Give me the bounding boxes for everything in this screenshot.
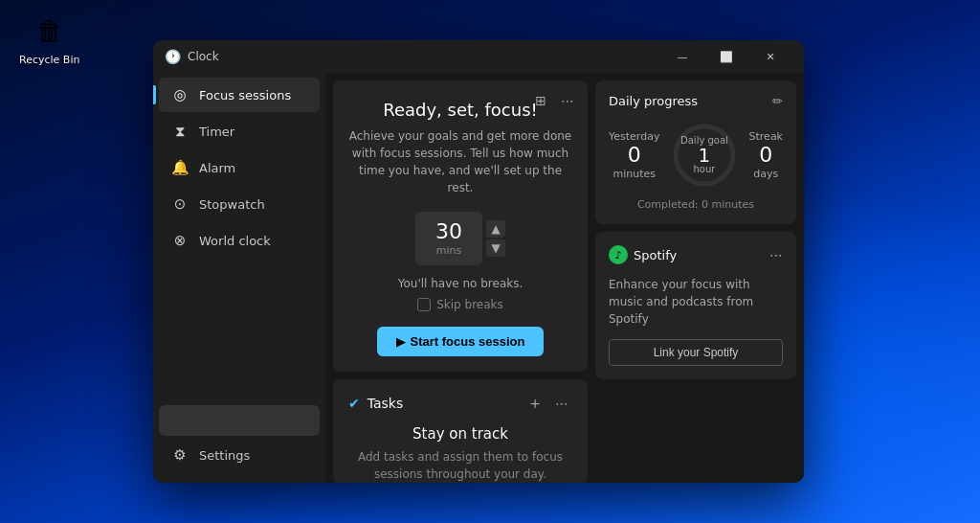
app-body: ◎ Focus sessions ⧗ Timer 🔔 Alarm ⊙ Stopw… [153,73,804,483]
sidebar-item-timer[interactable]: ⧗ Timer [159,114,320,148]
skip-breaks-row: Skip breaks [417,298,503,311]
time-display: 30 mins [415,212,482,265]
focus-subtitle: Achieve your goals and get more done wit… [348,127,572,196]
timer-icon: ⧗ [172,124,188,139]
time-value: 30 [435,221,462,242]
daily-goal-container: Daily goal 1 hour [671,122,738,189]
sidebar-item-alarm[interactable]: 🔔 Alarm [159,150,320,185]
time-unit: mins [436,244,461,257]
goal-value: 1 [699,146,711,165]
world-clock-icon: ⊗ [172,233,188,248]
no-breaks-text: You'll have no breaks. [398,277,523,290]
sidebar-item-label-world-clock: World clock [199,234,271,248]
tasks-header: ✔ Tasks + ⋯ [348,393,572,414]
tasks-header-buttons: + ⋯ [524,393,572,414]
sidebar-item-label-timer: Timer [199,125,234,139]
focus-sessions-icon: ◎ [172,87,188,102]
time-decrement-button[interactable]: ▼ [486,239,505,257]
sidebar-item-focus-sessions[interactable]: ◎ Focus sessions [159,78,320,112]
edit-icon[interactable]: ✏ [772,94,783,108]
time-arrows: ▲ ▼ [486,220,505,257]
spotify-icon: ♪ [609,245,628,264]
tasks-title: Tasks [368,396,524,411]
sidebar-bottom: ⚙ Settings [153,403,325,483]
window-controls: — ⬜ ✕ [660,40,792,73]
tasks-checkmark-icon: ✔ [348,396,360,411]
recycle-bin-label: Recycle Bin [19,54,79,66]
focus-title: Ready, set, focus! [383,100,538,120]
sidebar-item-label-settings: Settings [199,448,250,463]
skip-breaks-label: Skip breaks [436,298,503,311]
streak-stat: Streak 0 days [749,130,783,180]
start-focus-button[interactable]: ▶ Start focus session [377,327,545,356]
focus-grid-icon[interactable]: ⊞ [530,90,551,111]
window-title: Clock [188,50,660,63]
alarm-icon: 🔔 [172,160,188,175]
daily-progress-card: Daily progress ✏ Yesterday 0 minutes [595,80,796,224]
tasks-empty-subtitle: Add tasks and assign them to focus sessi… [348,448,572,483]
time-increment-button[interactable]: ▲ [486,220,505,238]
tasks-empty-title: Stay on track [348,425,572,443]
spotify-header: ♪ Spotify ⋯ [609,245,783,264]
focus-card-toolbar: ⊞ ⋯ [530,90,578,111]
stats-row: Yesterday 0 minutes [609,122,783,189]
clock-window: 🕐 Clock — ⬜ ✕ ◎ Focus sessions ⧗ Timer 🔔… [153,40,804,483]
minimize-button[interactable]: — [660,40,704,73]
yesterday-value: 0 [628,145,641,166]
sidebar-item-label-focus-sessions: Focus sessions [199,88,291,102]
spotify-link-button[interactable]: Link your Spotify [609,339,783,366]
center-panel: ⊞ ⋯ Ready, set, focus! Achieve your goal… [333,80,588,475]
daily-goal-circle: Daily goal 1 hour [671,122,738,189]
time-picker: 30 mins ▲ ▼ [415,212,505,265]
tasks-add-button[interactable]: + [524,393,546,414]
streak-label: Streak [749,130,783,143]
tasks-card: ✔ Tasks + ⋯ Stay on track Add tasks and … [333,379,588,483]
close-button[interactable]: ✕ [748,40,792,73]
focus-more-icon[interactable]: ⋯ [557,90,578,111]
sidebar-item-label-stopwatch: Stopwatch [199,197,265,212]
user-avatar-area [159,405,320,436]
sidebar-item-stopwatch[interactable]: ⊙ Stopwatch [159,187,320,221]
spotify-name: Spotify [634,248,677,262]
spotify-card: ♪ Spotify ⋯ Enhance your focus with musi… [595,232,796,379]
sidebar-item-label-alarm: Alarm [199,161,235,175]
play-icon: ▶ [396,335,405,349]
spotify-description: Enhance your focus with music and podcas… [609,276,783,328]
streak-unit: days [753,168,778,180]
daily-progress-header: Daily progress ✏ [609,94,783,108]
yesterday-unit: minutes [612,168,656,180]
skip-breaks-checkbox[interactable] [417,298,431,311]
completed-text: Completed: 0 minutes [609,198,783,211]
yesterday-stat: Yesterday 0 minutes [609,130,659,180]
recycle-bin-icon: 🗑 [31,11,69,50]
start-button-label: Start focus session [411,334,525,349]
right-panel: Daily progress ✏ Yesterday 0 minutes [595,80,796,475]
focus-card: ⊞ ⋯ Ready, set, focus! Achieve your goal… [333,80,588,372]
settings-icon: ⚙ [172,447,188,463]
tasks-more-button[interactable]: ⋯ [551,393,572,414]
goal-unit: hour [694,165,716,174]
title-bar: 🕐 Clock — ⬜ ✕ [153,40,804,73]
stopwatch-icon: ⊙ [172,196,188,212]
maximize-button[interactable]: ⬜ [704,40,748,73]
sidebar-item-world-clock[interactable]: ⊗ World clock [159,223,320,258]
streak-value: 0 [759,145,772,166]
main-content: ⊞ ⋯ Ready, set, focus! Achieve your goal… [325,73,804,483]
yesterday-label: Yesterday [609,130,659,143]
spotify-logo: ♪ Spotify [609,245,677,264]
clock-app-icon: 🕐 [165,49,180,64]
daily-progress-title: Daily progress [609,94,698,108]
sidebar-item-settings[interactable]: ⚙ Settings [159,438,320,472]
recycle-bin[interactable]: 🗑 Recycle Bin [19,11,79,66]
goal-circle-text: Daily goal 1 hour [671,122,738,189]
sidebar: ◎ Focus sessions ⧗ Timer 🔔 Alarm ⊙ Stopw… [153,73,325,483]
spotify-menu-icon[interactable]: ⋯ [769,247,783,262]
